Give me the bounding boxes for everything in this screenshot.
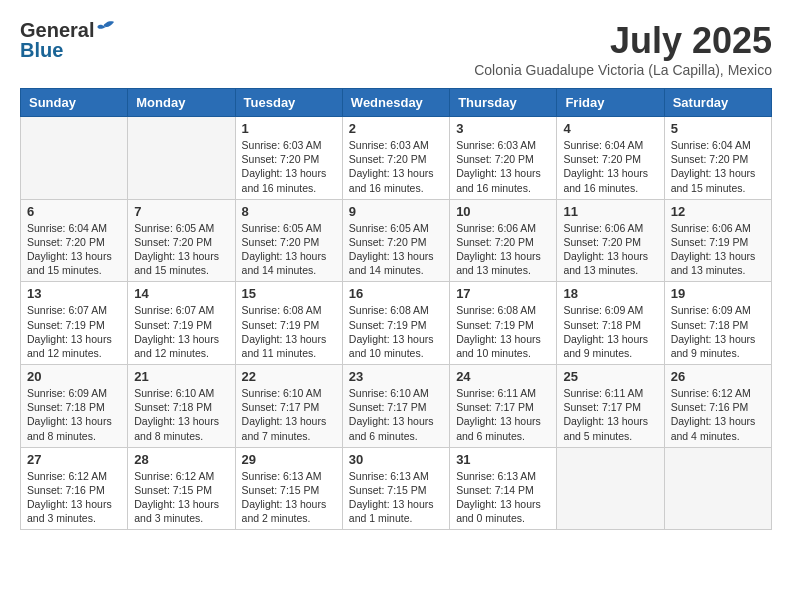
- weekday-header: Monday: [128, 89, 235, 117]
- calendar-day-cell: 11Sunrise: 6:06 AM Sunset: 7:20 PM Dayli…: [557, 199, 664, 282]
- day-info: Sunrise: 6:12 AM Sunset: 7:16 PM Dayligh…: [27, 469, 121, 526]
- calendar-week-row: 6Sunrise: 6:04 AM Sunset: 7:20 PM Daylig…: [21, 199, 772, 282]
- day-info: Sunrise: 6:13 AM Sunset: 7:15 PM Dayligh…: [242, 469, 336, 526]
- day-info: Sunrise: 6:12 AM Sunset: 7:16 PM Dayligh…: [671, 386, 765, 443]
- day-number: 20: [27, 369, 121, 384]
- day-number: 7: [134, 204, 228, 219]
- day-info: Sunrise: 6:10 AM Sunset: 7:17 PM Dayligh…: [349, 386, 443, 443]
- calendar-day-cell: 1Sunrise: 6:03 AM Sunset: 7:20 PM Daylig…: [235, 117, 342, 200]
- day-number: 18: [563, 286, 657, 301]
- day-info: Sunrise: 6:09 AM Sunset: 7:18 PM Dayligh…: [563, 303, 657, 360]
- day-number: 14: [134, 286, 228, 301]
- location-title: Colonia Guadalupe Victoria (La Capilla),…: [474, 62, 772, 78]
- calendar-day-cell: 6Sunrise: 6:04 AM Sunset: 7:20 PM Daylig…: [21, 199, 128, 282]
- calendar-day-cell: 29Sunrise: 6:13 AM Sunset: 7:15 PM Dayli…: [235, 447, 342, 530]
- day-number: 2: [349, 121, 443, 136]
- day-info: Sunrise: 6:12 AM Sunset: 7:15 PM Dayligh…: [134, 469, 228, 526]
- title-area: July 2025 Colonia Guadalupe Victoria (La…: [474, 20, 772, 78]
- calendar-table: SundayMondayTuesdayWednesdayThursdayFrid…: [20, 88, 772, 530]
- day-number: 10: [456, 204, 550, 219]
- day-number: 28: [134, 452, 228, 467]
- day-number: 24: [456, 369, 550, 384]
- day-info: Sunrise: 6:05 AM Sunset: 7:20 PM Dayligh…: [349, 221, 443, 278]
- day-number: 13: [27, 286, 121, 301]
- calendar-day-cell: 4Sunrise: 6:04 AM Sunset: 7:20 PM Daylig…: [557, 117, 664, 200]
- day-info: Sunrise: 6:03 AM Sunset: 7:20 PM Dayligh…: [242, 138, 336, 195]
- logo-bird-icon: [96, 20, 118, 38]
- calendar-week-row: 1Sunrise: 6:03 AM Sunset: 7:20 PM Daylig…: [21, 117, 772, 200]
- calendar-day-cell: 7Sunrise: 6:05 AM Sunset: 7:20 PM Daylig…: [128, 199, 235, 282]
- calendar-header-row: SundayMondayTuesdayWednesdayThursdayFrid…: [21, 89, 772, 117]
- day-number: 22: [242, 369, 336, 384]
- day-info: Sunrise: 6:10 AM Sunset: 7:17 PM Dayligh…: [242, 386, 336, 443]
- calendar-day-cell: 27Sunrise: 6:12 AM Sunset: 7:16 PM Dayli…: [21, 447, 128, 530]
- page-header: General Blue July 2025 Colonia Guadalupe…: [20, 20, 772, 78]
- calendar-day-cell: 31Sunrise: 6:13 AM Sunset: 7:14 PM Dayli…: [450, 447, 557, 530]
- day-number: 29: [242, 452, 336, 467]
- day-number: 11: [563, 204, 657, 219]
- day-number: 9: [349, 204, 443, 219]
- weekday-header: Thursday: [450, 89, 557, 117]
- day-info: Sunrise: 6:04 AM Sunset: 7:20 PM Dayligh…: [671, 138, 765, 195]
- calendar-day-cell: 21Sunrise: 6:10 AM Sunset: 7:18 PM Dayli…: [128, 365, 235, 448]
- day-info: Sunrise: 6:06 AM Sunset: 7:20 PM Dayligh…: [456, 221, 550, 278]
- calendar-day-cell: 23Sunrise: 6:10 AM Sunset: 7:17 PM Dayli…: [342, 365, 449, 448]
- day-info: Sunrise: 6:08 AM Sunset: 7:19 PM Dayligh…: [456, 303, 550, 360]
- day-info: Sunrise: 6:06 AM Sunset: 7:20 PM Dayligh…: [563, 221, 657, 278]
- calendar-day-cell: 5Sunrise: 6:04 AM Sunset: 7:20 PM Daylig…: [664, 117, 771, 200]
- calendar-day-cell: 9Sunrise: 6:05 AM Sunset: 7:20 PM Daylig…: [342, 199, 449, 282]
- logo-general-label: General: [20, 20, 118, 40]
- calendar-day-cell: 16Sunrise: 6:08 AM Sunset: 7:19 PM Dayli…: [342, 282, 449, 365]
- day-info: Sunrise: 6:06 AM Sunset: 7:19 PM Dayligh…: [671, 221, 765, 278]
- day-number: 12: [671, 204, 765, 219]
- day-info: Sunrise: 6:09 AM Sunset: 7:18 PM Dayligh…: [27, 386, 121, 443]
- day-number: 17: [456, 286, 550, 301]
- calendar-day-cell: [557, 447, 664, 530]
- day-info: Sunrise: 6:13 AM Sunset: 7:14 PM Dayligh…: [456, 469, 550, 526]
- day-info: Sunrise: 6:04 AM Sunset: 7:20 PM Dayligh…: [27, 221, 121, 278]
- day-number: 16: [349, 286, 443, 301]
- weekday-header: Friday: [557, 89, 664, 117]
- logo-blue: Blue: [20, 40, 118, 60]
- day-number: 27: [27, 452, 121, 467]
- day-number: 5: [671, 121, 765, 136]
- day-number: 31: [456, 452, 550, 467]
- calendar-day-cell: 12Sunrise: 6:06 AM Sunset: 7:19 PM Dayli…: [664, 199, 771, 282]
- calendar-day-cell: 20Sunrise: 6:09 AM Sunset: 7:18 PM Dayli…: [21, 365, 128, 448]
- calendar-day-cell: 3Sunrise: 6:03 AM Sunset: 7:20 PM Daylig…: [450, 117, 557, 200]
- calendar-day-cell: 26Sunrise: 6:12 AM Sunset: 7:16 PM Dayli…: [664, 365, 771, 448]
- calendar-day-cell: 30Sunrise: 6:13 AM Sunset: 7:15 PM Dayli…: [342, 447, 449, 530]
- calendar-day-cell: 18Sunrise: 6:09 AM Sunset: 7:18 PM Dayli…: [557, 282, 664, 365]
- calendar-day-cell: [664, 447, 771, 530]
- calendar-day-cell: 13Sunrise: 6:07 AM Sunset: 7:19 PM Dayli…: [21, 282, 128, 365]
- calendar-day-cell: 10Sunrise: 6:06 AM Sunset: 7:20 PM Dayli…: [450, 199, 557, 282]
- calendar-day-cell: 19Sunrise: 6:09 AM Sunset: 7:18 PM Dayli…: [664, 282, 771, 365]
- day-number: 25: [563, 369, 657, 384]
- calendar-day-cell: 17Sunrise: 6:08 AM Sunset: 7:19 PM Dayli…: [450, 282, 557, 365]
- calendar-day-cell: 22Sunrise: 6:10 AM Sunset: 7:17 PM Dayli…: [235, 365, 342, 448]
- day-number: 8: [242, 204, 336, 219]
- day-info: Sunrise: 6:09 AM Sunset: 7:18 PM Dayligh…: [671, 303, 765, 360]
- calendar-day-cell: 8Sunrise: 6:05 AM Sunset: 7:20 PM Daylig…: [235, 199, 342, 282]
- day-info: Sunrise: 6:04 AM Sunset: 7:20 PM Dayligh…: [563, 138, 657, 195]
- day-number: 1: [242, 121, 336, 136]
- day-info: Sunrise: 6:07 AM Sunset: 7:19 PM Dayligh…: [27, 303, 121, 360]
- day-info: Sunrise: 6:03 AM Sunset: 7:20 PM Dayligh…: [456, 138, 550, 195]
- weekday-header: Tuesday: [235, 89, 342, 117]
- day-info: Sunrise: 6:13 AM Sunset: 7:15 PM Dayligh…: [349, 469, 443, 526]
- day-number: 23: [349, 369, 443, 384]
- day-number: 15: [242, 286, 336, 301]
- calendar-day-cell: 24Sunrise: 6:11 AM Sunset: 7:17 PM Dayli…: [450, 365, 557, 448]
- day-number: 4: [563, 121, 657, 136]
- calendar-day-cell: 28Sunrise: 6:12 AM Sunset: 7:15 PM Dayli…: [128, 447, 235, 530]
- calendar-day-cell: 25Sunrise: 6:11 AM Sunset: 7:17 PM Dayli…: [557, 365, 664, 448]
- calendar-day-cell: 14Sunrise: 6:07 AM Sunset: 7:19 PM Dayli…: [128, 282, 235, 365]
- day-number: 26: [671, 369, 765, 384]
- logo: General Blue: [20, 20, 118, 60]
- day-info: Sunrise: 6:08 AM Sunset: 7:19 PM Dayligh…: [349, 303, 443, 360]
- weekday-header: Sunday: [21, 89, 128, 117]
- day-number: 21: [134, 369, 228, 384]
- day-number: 19: [671, 286, 765, 301]
- day-number: 3: [456, 121, 550, 136]
- weekday-header: Saturday: [664, 89, 771, 117]
